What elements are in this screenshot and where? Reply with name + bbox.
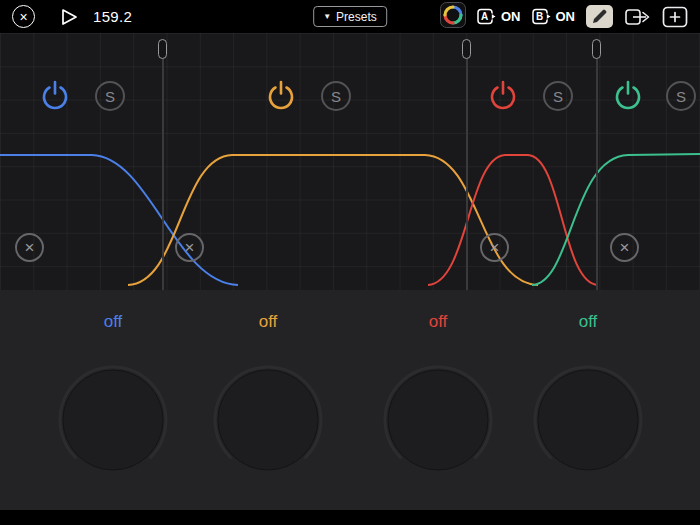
power-button-band-3[interactable] <box>485 78 521 114</box>
routing-a-icon: A <box>477 8 497 25</box>
power-button-band-4[interactable] <box>610 78 646 114</box>
band-divider-handle-1[interactable] <box>158 39 167 59</box>
crossfade-curves <box>0 33 700 290</box>
knob-band-4[interactable] <box>528 360 648 480</box>
routing-a-toggle[interactable]: A ON <box>477 8 521 25</box>
x-icon: × <box>490 239 500 256</box>
x-icon: × <box>185 239 195 256</box>
solo-button-band-2[interactable]: S <box>321 81 351 111</box>
knob-value-band-1: off <box>73 312 153 332</box>
chevron-down-icon: ▼ <box>323 12 331 21</box>
routing-b-toggle[interactable]: B ON <box>532 8 576 25</box>
band-divider-handle-2[interactable] <box>462 39 471 59</box>
routing-a-state: ON <box>501 9 521 24</box>
curve-band-3 <box>428 155 598 285</box>
remove-band-2-button[interactable]: × <box>175 233 204 262</box>
play-button[interactable] <box>60 7 79 27</box>
curve-band-4 <box>532 154 700 285</box>
solo-button-band-4[interactable]: S <box>666 81 696 111</box>
knob-band-3[interactable] <box>378 360 498 480</box>
power-icon <box>37 78 73 114</box>
solo-button-band-1[interactable]: S <box>95 81 125 111</box>
remove-band-1-button[interactable]: × <box>15 233 44 262</box>
knob-value-band-4: off <box>548 312 628 332</box>
power-button-band-2[interactable] <box>263 78 299 114</box>
knob-band-1[interactable] <box>53 360 173 480</box>
add-button[interactable] <box>662 6 688 28</box>
solo-button-band-3[interactable]: S <box>543 81 573 111</box>
x-icon: × <box>620 239 630 256</box>
close-button[interactable]: × <box>12 5 35 28</box>
presets-label: Presets <box>336 10 377 24</box>
toolbar-left: × 159.2 <box>12 5 132 28</box>
remove-band-4-button[interactable]: × <box>610 233 639 262</box>
solo-label: S <box>331 88 341 105</box>
curve-band-2 <box>128 155 538 285</box>
solo-label: S <box>553 88 563 105</box>
band-divider-3[interactable] <box>596 39 598 290</box>
remove-band-3-button[interactable]: × <box>480 233 509 262</box>
add-icon <box>662 6 688 28</box>
power-button-band-1[interactable] <box>37 78 73 114</box>
play-icon <box>60 7 79 27</box>
svg-text:A: A <box>481 11 488 22</box>
app-window: × 159.2 ▼ Presets <box>0 0 700 525</box>
knob-band-2[interactable] <box>208 360 328 480</box>
edit-pencil-button[interactable] <box>586 5 613 28</box>
pencil-icon <box>591 8 608 25</box>
x-icon: × <box>25 239 35 256</box>
routing-b-icon: B <box>532 8 552 25</box>
routing-b-state: ON <box>556 9 576 24</box>
export-button[interactable] <box>624 6 651 28</box>
close-icon: × <box>19 10 27 24</box>
knob-panel: off off off off <box>0 290 700 510</box>
presets-button[interactable]: ▼ Presets <box>313 6 387 27</box>
svg-text:B: B <box>535 11 542 22</box>
power-icon <box>263 78 299 114</box>
knob-value-band-3: off <box>398 312 478 332</box>
power-icon <box>485 78 521 114</box>
power-icon <box>610 78 646 114</box>
toolbar: × 159.2 ▼ Presets <box>0 0 700 33</box>
tempo-display[interactable]: 159.2 <box>93 8 132 25</box>
band-divider-2[interactable] <box>466 39 468 290</box>
app-logo-icon[interactable] <box>440 2 466 32</box>
solo-label: S <box>676 88 686 105</box>
export-icon <box>624 6 651 28</box>
bottom-bar <box>0 510 700 525</box>
band-divider-1[interactable] <box>162 39 164 290</box>
toolbar-right: A ON B ON <box>440 2 688 32</box>
filter-curve-editor[interactable]: S × S × S × <box>0 33 700 290</box>
knob-value-band-2: off <box>228 312 308 332</box>
band-divider-handle-3[interactable] <box>592 39 601 59</box>
solo-label: S <box>105 88 115 105</box>
